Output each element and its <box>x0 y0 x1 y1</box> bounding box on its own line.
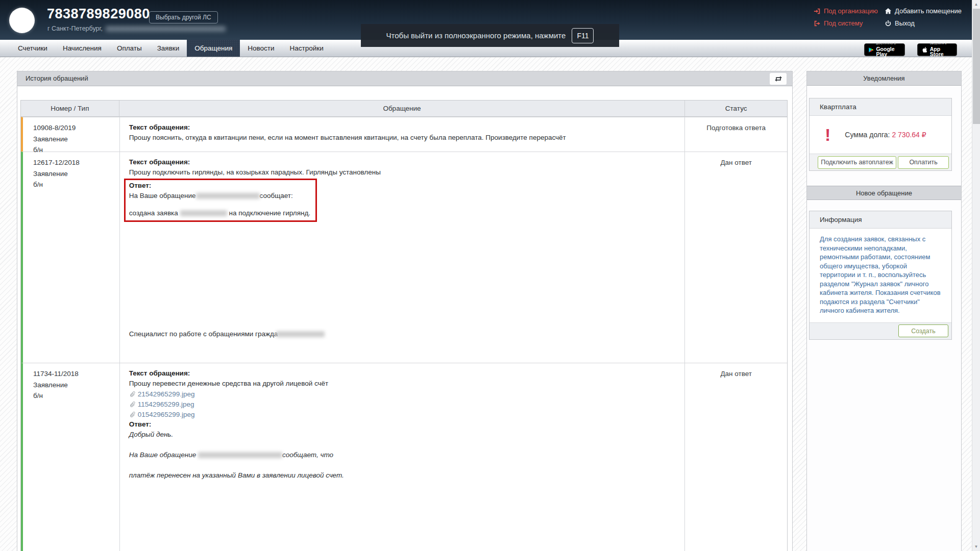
appeal-number: 12617-12/2018 <box>33 157 115 168</box>
power-icon <box>885 20 892 27</box>
tab-settings[interactable]: Настройки <box>282 40 331 57</box>
account-number: 7838789829080 <box>47 6 150 22</box>
appeal-subnumber: б/н <box>33 179 115 190</box>
tab-payments[interactable]: Оплаты <box>109 40 150 57</box>
appeal-text: Прошу пояснить, откуда в квитанции пени,… <box>129 133 677 143</box>
scrollbar-thumb[interactable] <box>973 9 980 124</box>
tab-requests[interactable]: Заявки <box>150 40 187 57</box>
redacted-address <box>106 26 226 32</box>
appeal-text: Прошу перевести денежные средства на дру… <box>129 379 677 389</box>
answer-highlight-box: Ответ: На Ваше обращениесообщает: создан… <box>124 179 317 222</box>
new-appeal-title: Новое обращение <box>807 186 961 200</box>
sign-in-icon <box>814 8 821 15</box>
tab-news[interactable]: Новости <box>240 40 282 57</box>
appeals-history-panel: История обращений Номер / Тип Обращение … <box>17 71 793 551</box>
tab-counters[interactable]: Счетчики <box>10 40 55 57</box>
link-under-system[interactable]: Под систему <box>814 19 863 27</box>
rent-card-title: Квартплата <box>810 98 951 116</box>
vertical-scrollbar[interactable]: ▲ ▼ <box>972 0 980 551</box>
col-header-number: Номер / Тип <box>21 101 119 116</box>
badge-store-name: App Store <box>930 46 953 57</box>
info-card-title: Информация <box>810 211 951 229</box>
tab-accruals[interactable]: Начисления <box>55 40 109 57</box>
sign-out-icon <box>814 20 821 27</box>
page-content: История обращений Номер / Тип Обращение … <box>0 57 980 551</box>
panel-title: История обращений <box>26 74 88 82</box>
tab-appeals[interactable]: Обращения <box>187 40 240 57</box>
rent-card: Квартплата ! Сумма долга: 2 730.64 ₽ Под… <box>809 98 952 171</box>
appeal-number-cell: 10908-8/2019 Заявление б/н <box>23 117 119 152</box>
paperclip-icon <box>129 411 135 418</box>
panel-header: История обращений <box>17 71 792 86</box>
attachment-link[interactable]: 21542965299.jpeg <box>129 389 677 399</box>
answer-greeting: Добрый день. <box>129 430 677 440</box>
redacted-text <box>180 210 227 216</box>
link-logout[interactable]: Выход <box>885 19 915 27</box>
info-card-text: Для создания заявок, связанных с техниче… <box>810 229 951 322</box>
link-under-organization[interactable]: Под организацию <box>814 7 878 15</box>
appeal-body-cell: Текст обращения: Прошу подключить гирлян… <box>119 152 685 363</box>
answer-line: создана заявка на подключение гирлянд. <box>129 208 312 218</box>
attachment-link[interactable]: 01542965299.jpeg <box>129 410 677 419</box>
col-header-status: Статус <box>685 101 787 116</box>
answer-label: Ответ: <box>129 181 312 191</box>
change-account-button[interactable]: Выбрать другой ЛС <box>149 11 218 23</box>
fullscreen-exit-notice: Чтобы выйти из полноэкранного режима, на… <box>361 24 619 47</box>
link-add-room[interactable]: Добавить помещение <box>885 7 962 15</box>
avatar[interactable] <box>9 8 35 33</box>
answer-text: Добрый день. На Ваше обращение сообщает,… <box>129 430 677 481</box>
account-address: г Санкт-Петербург, <box>47 25 226 32</box>
table-row[interactable]: 10908-8/2019 Заявление б/н Текст обращен… <box>21 117 787 152</box>
attachment-link[interactable]: 11542965299.jpeg <box>129 399 677 409</box>
fullscreen-notice-text: Чтобы выйти из полноэкранного режима, на… <box>386 31 566 40</box>
appeal-number: 11734-11/2018 <box>33 368 115 380</box>
app-window: 7838789829080 Выбрать другой ЛС г Санкт-… <box>0 0 980 551</box>
app-store-badge[interactable]: Загрузите в App Store <box>917 43 957 56</box>
scroll-up-arrow[interactable]: ▲ <box>972 2 980 7</box>
appeal-body-cell: Текст обращения: Прошу пояснить, откуда … <box>119 117 685 152</box>
rent-card-footer: Подключить автоплатеж Оплатить <box>810 154 951 170</box>
f11-key-badge: F11 <box>572 28 594 43</box>
status-cell: Подготовка ответа <box>685 117 787 152</box>
answer-label: Ответ: <box>129 419 677 430</box>
notifications-title: Уведомления <box>807 71 961 86</box>
appeal-text-label: Текст обращения: <box>129 368 677 379</box>
alert-exclamation-icon: ! <box>825 126 830 143</box>
google-play-icon <box>868 46 873 54</box>
scroll-down-arrow[interactable]: ▼ <box>972 544 980 549</box>
answer-line: На Ваше обращениесообщает: <box>129 191 312 201</box>
debt-label: Сумма долга: <box>845 131 890 139</box>
answer-line: платёж перенесен на указанный Вами в зая… <box>129 470 677 481</box>
paperclip-icon <box>129 391 135 397</box>
appeal-text-label: Текст обращения: <box>129 157 677 167</box>
status-cell: Дан ответ <box>685 152 787 363</box>
debt-value: 2 730.64 ₽ <box>892 131 926 139</box>
col-header-appeal: Обращение <box>119 101 685 116</box>
refresh-icon <box>774 76 782 82</box>
create-appeal-button[interactable]: Создать <box>898 324 948 337</box>
home-icon <box>885 8 892 15</box>
answer-signature: Специалист по работе с обращениями гражд… <box>129 329 677 339</box>
answer-line: На Ваше обращение сообщает, что <box>129 450 677 460</box>
google-play-badge[interactable]: ДОСТУПНО В Google Play <box>864 43 905 56</box>
redacted-text <box>198 452 282 458</box>
table-header-row: Номер / Тип Обращение Статус <box>21 101 787 117</box>
redacted-text <box>276 331 325 337</box>
autopay-button[interactable]: Подключить автоплатеж <box>818 156 896 169</box>
apple-icon <box>921 46 927 54</box>
refresh-button[interactable] <box>770 73 787 85</box>
table-row[interactable]: 11734-11/2018 Заявление б/н Текст обраще… <box>21 363 787 551</box>
status-cell: Дан ответ <box>685 363 787 551</box>
appeals-table: Номер / Тип Обращение Статус 10908-8/201… <box>20 100 788 551</box>
appeal-number-cell: 12617-12/2018 Заявление б/н <box>23 152 119 363</box>
appeal-type: Заявление <box>33 134 115 145</box>
info-card-footer: Создать <box>810 322 951 339</box>
pay-button[interactable]: Оплатить <box>898 156 949 169</box>
notifications-sidebar: Уведомления Квартплата ! Сумма долга: 2 … <box>806 71 962 551</box>
info-card: Информация Для создания заявок, связанны… <box>809 211 952 340</box>
appeal-type: Заявление <box>33 380 115 391</box>
table-row[interactable]: 12617-12/2018 Заявление б/н Текст обраще… <box>21 152 787 363</box>
appeal-number: 10908-8/2019 <box>33 122 115 134</box>
paperclip-icon <box>129 401 135 408</box>
appeal-body-cell: Текст обращения: Прошу перевести денежны… <box>119 363 685 551</box>
